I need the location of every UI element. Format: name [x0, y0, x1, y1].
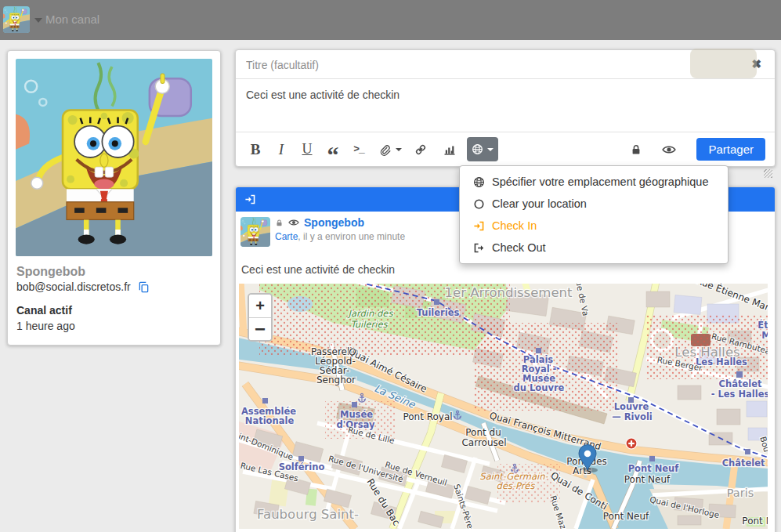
- navbar: Mon canal: [0, 0, 781, 40]
- menu-item-check-out[interactable]: Check Out: [460, 237, 728, 259]
- leaflet-map[interactable]: 1er ArrondissementJardin desTuileriesTui…: [239, 284, 768, 529]
- post-timestamp: , il y a environ une minute: [298, 231, 405, 242]
- sign-in-icon: [473, 220, 485, 232]
- profile-photo: [16, 59, 212, 256]
- profile-name: Spongebob: [16, 265, 220, 279]
- chevron-down-icon: [396, 148, 402, 151]
- permissions-lock-button[interactable]: [626, 138, 646, 161]
- map-label: Musée: [340, 409, 373, 420]
- map-zoom-control: + −: [248, 293, 273, 342]
- italic-button[interactable]: I: [271, 138, 291, 161]
- editor-toolbar: B I U “ >_ Partager: [236, 132, 775, 166]
- hospital-icon: [626, 438, 637, 449]
- map-label: du Louvre: [514, 382, 565, 393]
- zoom-in-button[interactable]: +: [249, 295, 271, 317]
- eye-icon: [288, 217, 299, 228]
- map-label: Éti: [757, 319, 768, 331]
- link-icon: [414, 143, 427, 156]
- navbar-channel-caret-icon[interactable]: [34, 18, 42, 23]
- insert-link-button[interactable]: [410, 138, 431, 161]
- copy-address-icon[interactable]: [138, 281, 150, 293]
- lock-icon: [630, 143, 642, 156]
- chevron-down-icon: [487, 148, 494, 151]
- map-label: 1er Arrondissement: [445, 285, 573, 300]
- navbar-channel-avatar[interactable]: [3, 6, 30, 33]
- editor-title-input[interactable]: [246, 59, 747, 71]
- map-label: Pont du: [465, 427, 501, 438]
- location-dropdown-menu: Spécifier votre emplacement géographique…: [459, 165, 729, 264]
- map-label: Pont Neuf: [628, 463, 680, 474]
- map-label: des-Prés: [497, 480, 536, 491]
- attach-file-button[interactable]: [379, 138, 402, 161]
- spongebob-avatar-small: [240, 217, 270, 247]
- bar-chart-icon: [443, 143, 456, 156]
- spongebob-avatar-small: [3, 6, 30, 33]
- map-label: Tuileries: [417, 307, 460, 318]
- bold-button[interactable]: B: [245, 138, 266, 161]
- globe-icon: [472, 143, 483, 155]
- map-label: - Les Halles: [711, 389, 768, 400]
- map-label: Châtelet –: [722, 458, 768, 469]
- navbar-channel-title[interactable]: Mon canal: [45, 13, 99, 26]
- profile-status-time: 1 heure ago: [16, 320, 220, 332]
- map-label: Jardin des: [347, 308, 394, 319]
- map-label: Pont Neuf: [624, 474, 671, 485]
- tooltip-remnant: [690, 49, 757, 78]
- map-label: Pont N: [742, 516, 768, 527]
- map-label: Carrousel: [461, 437, 506, 448]
- textarea-resize-handle[interactable]: [764, 169, 772, 178]
- sign-out-icon: [473, 242, 485, 254]
- location-menu-button[interactable]: [467, 137, 498, 161]
- zoom-out-button[interactable]: −: [249, 317, 271, 340]
- map-label: Pont Royal: [403, 411, 452, 422]
- menu-item-clear-location[interactable]: Clear your location: [460, 193, 728, 215]
- underline-button[interactable]: U: [297, 138, 317, 161]
- profile-card: Spongebob bob@social.discretos.fr Canal …: [7, 50, 221, 346]
- eye-icon: [662, 143, 676, 157]
- map-label: Faubourg Saint-: [257, 507, 359, 522]
- poll-button[interactable]: [439, 138, 460, 161]
- menu-item-label: Spécifier votre emplacement géographique: [492, 176, 708, 188]
- map-label: Pont Neuf: [603, 511, 649, 522]
- globe-icon: [473, 176, 485, 188]
- paperclip-icon: [379, 143, 392, 156]
- map-label: Tuileries: [350, 319, 388, 330]
- preview-button[interactable]: [659, 138, 679, 161]
- sign-in-icon: [244, 194, 256, 205]
- map-label: — Rivoli: [612, 411, 653, 422]
- post-location-link[interactable]: Carte: [275, 231, 298, 242]
- circle-o-icon: [473, 198, 485, 210]
- map-label: Les Halles: [696, 356, 747, 367]
- map-label: Nationale: [245, 415, 295, 426]
- map-label: Châtelet: [719, 378, 762, 389]
- menu-item-label: Check Out: [492, 241, 546, 254]
- share-button[interactable]: Partager: [696, 138, 765, 161]
- menu-item-check-in[interactable]: Check In: [460, 215, 728, 237]
- quote-button[interactable]: “: [323, 138, 343, 161]
- profile-address: bob@social.discretos.fr: [16, 280, 131, 293]
- lock-icon: [275, 219, 284, 227]
- code-button[interactable]: >_: [349, 138, 369, 161]
- menu-item-label: Check In: [492, 219, 537, 232]
- map-label: Paris: [727, 487, 754, 499]
- menu-item-label: Clear your location: [492, 197, 587, 210]
- post-author-link[interactable]: Spongebob: [304, 216, 364, 229]
- menu-item-set-location[interactable]: Spécifier votre emplacement géographique: [460, 171, 728, 193]
- profile-status-label: Canal actif: [16, 304, 220, 317]
- editor-body-textarea[interactable]: Ceci est une activité de checkin: [236, 79, 775, 131]
- map-label: M: [761, 330, 768, 341]
- map-canvas: 1er ArrondissementJardin desTuileriesTui…: [239, 284, 768, 529]
- map-label: Senghor: [316, 375, 356, 385]
- map-label: Louvre: [614, 401, 649, 412]
- post-author-avatar[interactable]: [240, 217, 270, 247]
